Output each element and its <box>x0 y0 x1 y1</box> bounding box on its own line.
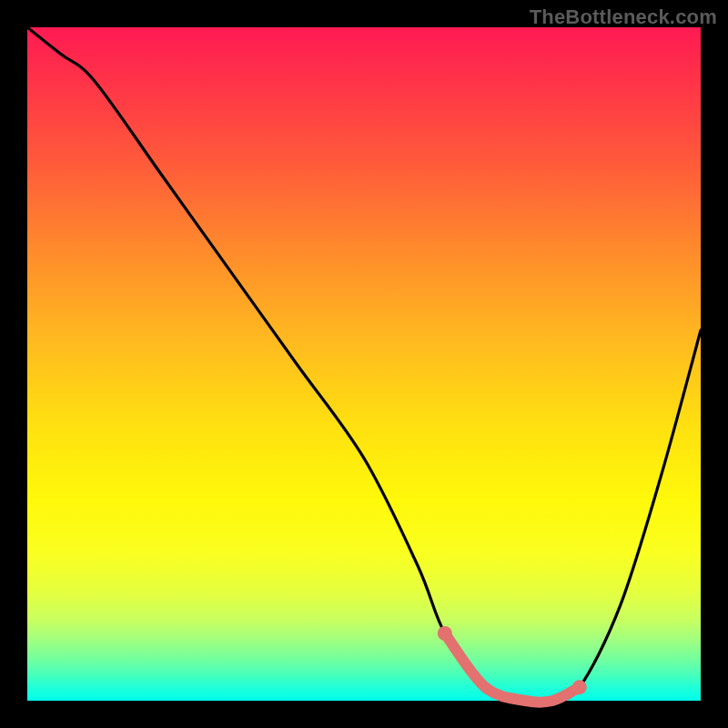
bottleneck-curve <box>27 27 701 703</box>
optimal-range-dot <box>572 680 587 694</box>
optimal-range-highlight <box>445 633 580 703</box>
chart-frame: TheBottleneck.com <box>0 0 728 728</box>
optimal-range-dot <box>438 626 452 641</box>
watermark-text: TheBottleneck.com <box>530 5 717 29</box>
bottleneck-curve-svg <box>27 27 701 701</box>
